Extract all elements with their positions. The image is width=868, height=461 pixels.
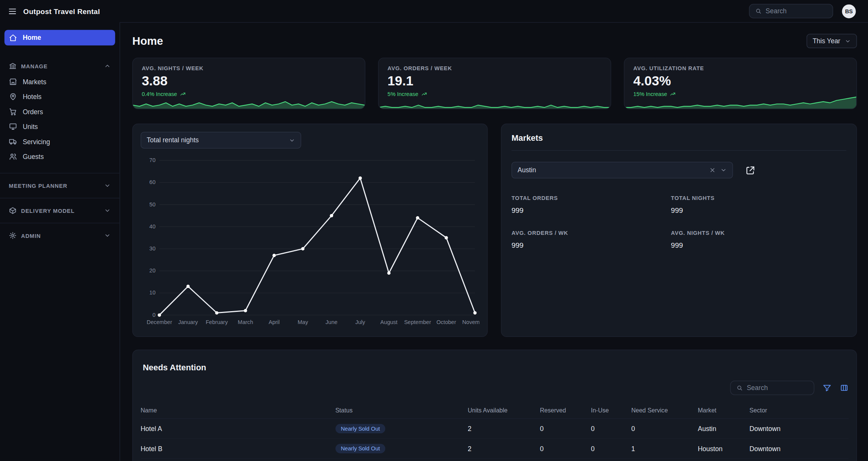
sidebar-item-servicing[interactable]: Servicing	[5, 134, 115, 149]
status-badge: Nearly Sold Out	[335, 424, 385, 433]
line-chart: 010203040506070DecemberJanuaryFebruaryMa…	[141, 153, 479, 329]
topbar-right: BS	[749, 4, 856, 18]
stat-delta: 15% Increase	[633, 91, 848, 97]
market-stat-value: 999	[671, 206, 830, 214]
sidebar-section-manage[interactable]: MANAGE	[0, 58, 119, 74]
cell: 0	[540, 425, 591, 432]
sidebar-section-label: ADMIN	[21, 233, 99, 239]
global-search-input[interactable]	[766, 7, 827, 15]
filter-icon[interactable]	[823, 384, 831, 392]
global-search[interactable]	[749, 4, 833, 18]
market-stats-grid: TOTAL ORDERS999TOTAL NIGHTS999AVG. ORDER…	[511, 195, 846, 249]
cell: Downtown	[749, 425, 849, 432]
search-icon	[736, 385, 743, 392]
period-select-value: This Year	[813, 37, 840, 45]
rental-nights-chart-card: Total rental nights 010203040506070Decem…	[132, 124, 488, 337]
sidebar-item-home[interactable]: Home	[5, 30, 115, 46]
stat-value: 4.03%	[633, 73, 848, 89]
svg-text:April: April	[269, 319, 280, 325]
market-stat-label: AVG. NIGHTS / WK	[671, 230, 830, 236]
column-header-name: Name	[141, 407, 335, 414]
table-row[interactable]: Hotel CNearly Sold Out2000SeattlePort	[141, 459, 849, 461]
stat-card-1: AVG. ORDERS / WEEK19.15% Increase	[378, 58, 611, 109]
market-stat-value: 999	[671, 241, 830, 249]
menu-toggle-icon[interactable]	[8, 6, 17, 16]
market-stat: AVG. NIGHTS / WK999	[671, 230, 830, 249]
stat-delta-text: 15% Increase	[633, 91, 667, 97]
sidebar-item-label: Markets	[23, 78, 46, 85]
sidebar-item-units[interactable]: Units	[5, 119, 115, 134]
sidebar-item-hotels[interactable]: Hotels	[5, 89, 115, 104]
units-icon	[9, 123, 17, 131]
cell: 2	[468, 445, 540, 452]
sidebar: Home MANAGE MarketsHotelsOrdersUnitsServ…	[0, 22, 120, 461]
avatar[interactable]: BS	[842, 4, 856, 18]
column-header-market: Market	[698, 407, 749, 414]
sparkline-chart	[624, 96, 856, 109]
clear-icon[interactable]	[709, 167, 716, 174]
stat-value: 3.88	[142, 73, 356, 89]
period-select[interactable]: This Year	[807, 34, 857, 48]
svg-text:June: June	[326, 319, 338, 325]
sidebar-section-meeting-planner[interactable]: MEETING PLANNER	[0, 173, 119, 198]
sidebar-section-label: MEETING PLANNER	[9, 183, 100, 189]
sidebar-item-markets[interactable]: Markets	[5, 74, 115, 89]
app-title: Outpost Travel Rental	[23, 7, 100, 15]
home-icon	[9, 33, 17, 42]
page-title: Home	[132, 35, 163, 47]
sidebar-manage-items: MarketsHotelsOrdersUnitsServicingGuests	[0, 74, 119, 164]
sidebar-item-label: Hotels	[23, 93, 42, 101]
cell-status: Nearly Sold Out	[335, 444, 468, 453]
topbar-left: Outpost Travel Rental	[8, 6, 100, 16]
markets-card-title: Markets	[511, 133, 846, 143]
svg-text:February: February	[206, 319, 228, 325]
sidebar-item-label: Units	[23, 123, 38, 130]
column-header-sector: Sector	[749, 407, 849, 414]
external-link-icon	[745, 165, 756, 175]
sidebar-section-delivery-model[interactable]: DELIVERY MODEL	[0, 198, 119, 223]
svg-text:March: March	[238, 319, 253, 325]
table-search[interactable]	[730, 381, 814, 395]
chevron-down-icon	[104, 182, 111, 189]
stat-value: 19.1	[387, 73, 602, 89]
svg-text:August: August	[380, 319, 397, 325]
chevron-down-icon	[720, 167, 727, 174]
sidebar-item-orders[interactable]: Orders	[5, 104, 115, 119]
app-window: Outpost Travel Rental BS Home MAN	[0, 0, 868, 461]
svg-text:40: 40	[149, 223, 155, 230]
table-row[interactable]: Hotel BNearly Sold Out2001HoustonDowntow…	[141, 439, 849, 459]
table-search-input[interactable]	[747, 384, 808, 392]
cell: Hotel B	[141, 445, 335, 452]
column-header-units-available: Units Available	[468, 407, 540, 414]
market-select[interactable]: Austin	[511, 162, 733, 178]
market-stat: AVG. ORDERS / WK999	[511, 230, 671, 249]
cell: 2	[468, 425, 540, 432]
open-market-button[interactable]	[745, 165, 756, 175]
stat-delta-text: 0.4% Increase	[142, 91, 177, 97]
hotels-icon	[9, 93, 17, 101]
column-header-need-service: Need Service	[631, 407, 698, 414]
sidebar-section-label: DELIVERY MODEL	[21, 208, 99, 214]
trending-up-icon	[180, 91, 186, 97]
trending-up-icon	[670, 91, 676, 97]
svg-text:30: 30	[149, 245, 155, 252]
sparkline-chart	[379, 96, 611, 109]
svg-text:70: 70	[149, 157, 155, 163]
cell: Hotel A	[141, 425, 335, 432]
svg-text:60: 60	[149, 179, 155, 185]
table-row[interactable]: Hotel ANearly Sold Out2000AustinDowntown	[141, 419, 849, 439]
screen: Outpost Travel Rental BS Home MAN	[0, 0, 868, 461]
chart-metric-select[interactable]: Total rental nights	[141, 132, 301, 149]
cell: 0	[591, 425, 631, 432]
stat-delta-text: 5% Increase	[387, 91, 418, 97]
market-stat-label: TOTAL NIGHTS	[671, 195, 830, 201]
bank-icon	[9, 62, 16, 70]
chart-metric-select-value: Total rental nights	[147, 136, 199, 144]
sidebar-item-guests[interactable]: Guests	[5, 149, 115, 164]
guests-icon	[9, 153, 17, 161]
servicing-icon	[9, 137, 17, 146]
columns-icon[interactable]	[840, 384, 849, 392]
sidebar-item-label: Home	[23, 34, 41, 41]
cell: Downtown	[749, 445, 849, 452]
sidebar-section-admin[interactable]: ADMIN	[0, 223, 119, 248]
